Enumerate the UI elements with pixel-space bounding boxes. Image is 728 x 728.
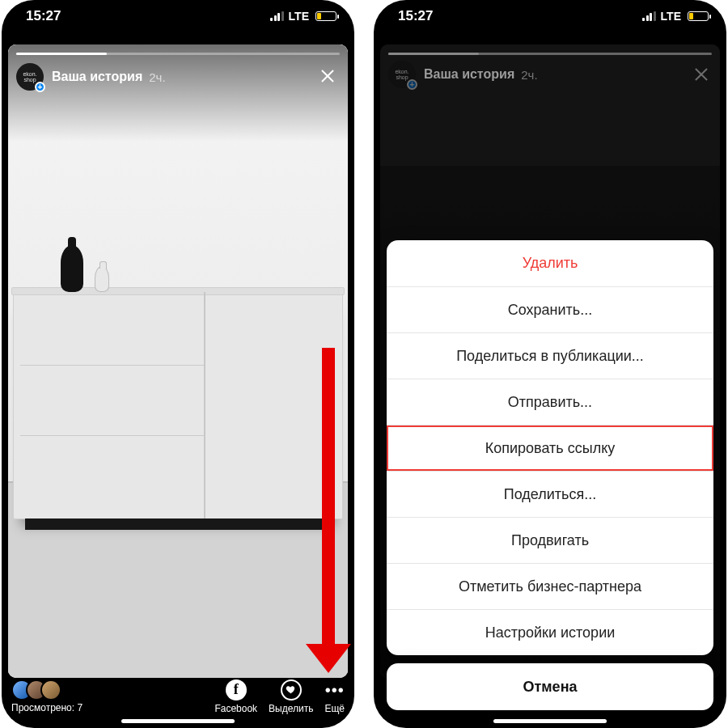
status-bar: 15:27 LTE xyxy=(2,0,354,32)
sheet-item-8[interactable]: Настройки истории xyxy=(387,609,713,655)
facebook-icon: f xyxy=(226,679,247,700)
viewers-label: Просмотрено: 7 xyxy=(11,702,83,713)
annotation-arrow xyxy=(322,348,335,647)
status-bar: 15:27 LTE xyxy=(374,0,726,32)
status-time: 15:27 xyxy=(398,8,433,24)
sheet-item-6[interactable]: Продвигать xyxy=(387,517,713,563)
story-bottom-bar: Просмотрено: 7 f Facebook Выделить ••• Е… xyxy=(2,673,354,720)
profile-avatar[interactable]: ekon. shop + xyxy=(16,63,44,91)
story-elapsed: 2ч. xyxy=(149,70,165,84)
phone-screen-story: 15:27 LTE xyxy=(2,0,354,728)
story-progress xyxy=(16,53,340,55)
more-icon: ••• xyxy=(325,679,345,700)
phone-screen-actionsheet: 15:27 LTE ekon. shop + Ваша история 2ч. xyxy=(374,0,726,728)
sheet-item-7[interactable]: Отметить бизнес-партнера xyxy=(387,563,713,609)
home-indicator[interactable] xyxy=(493,719,607,723)
home-indicator[interactable] xyxy=(121,719,235,723)
sheet-item-0[interactable]: Удалить xyxy=(387,240,713,286)
sheet-item-4[interactable]: Копировать ссылку xyxy=(387,425,713,471)
highlight-button[interactable]: Выделить xyxy=(269,679,313,714)
sheet-item-1[interactable]: Сохранить... xyxy=(387,286,713,332)
more-button[interactable]: ••• Ещё xyxy=(324,679,345,714)
sheet-item-2[interactable]: Поделиться в публикации... xyxy=(387,332,713,379)
viewers-avatars xyxy=(11,679,61,700)
add-story-icon: + xyxy=(407,79,417,90)
signal-icon xyxy=(270,11,284,21)
network-label: LTE xyxy=(661,10,681,23)
sheet-item-3[interactable]: Отправить... xyxy=(387,379,713,425)
story-title: Ваша история xyxy=(424,67,514,82)
story-elapsed: 2ч. xyxy=(521,68,537,82)
action-sheet: УдалитьСохранить...Поделиться в публикац… xyxy=(387,240,713,710)
network-label: LTE xyxy=(289,10,309,23)
signal-icon xyxy=(642,11,656,21)
close-icon xyxy=(691,64,712,85)
viewers-button[interactable]: Просмотрено: 7 xyxy=(11,679,83,713)
story-title[interactable]: Ваша история xyxy=(52,70,142,84)
story-viewer[interactable]: ekon. shop + Ваша история 2ч. xyxy=(8,44,348,678)
status-time: 15:27 xyxy=(26,8,61,24)
heart-icon xyxy=(281,679,302,700)
close-icon[interactable] xyxy=(315,65,340,89)
share-facebook-button[interactable]: f Facebook xyxy=(214,679,257,714)
battery-icon xyxy=(315,11,336,21)
story-image xyxy=(8,44,348,678)
battery-icon xyxy=(688,11,709,21)
profile-avatar: ekon. shop + xyxy=(388,61,416,88)
add-story-icon: + xyxy=(35,82,45,92)
cancel-button[interactable]: Отмена xyxy=(387,663,713,710)
sheet-item-5[interactable]: Поделиться... xyxy=(387,471,713,517)
